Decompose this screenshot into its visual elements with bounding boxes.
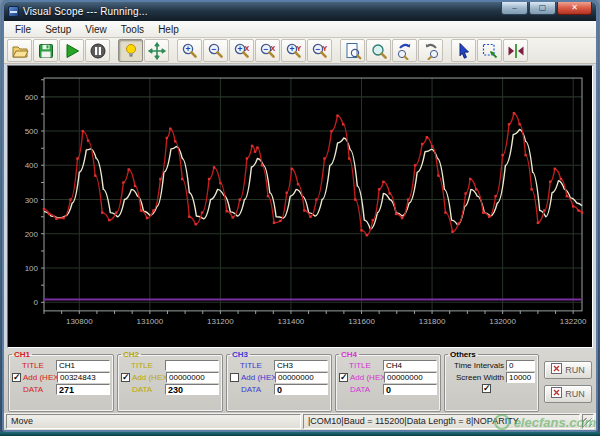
svg-text:600: 600 bbox=[25, 93, 39, 102]
zoom-y-out-button[interactable]: −Y bbox=[307, 39, 332, 62]
zoom-y-out-icon: −Y bbox=[311, 42, 329, 60]
save-button[interactable] bbox=[33, 39, 58, 62]
channel-data-input[interactable] bbox=[165, 384, 219, 395]
pause-button[interactable] bbox=[85, 39, 110, 62]
channel-data-input[interactable] bbox=[56, 384, 110, 395]
channel-add-checkbox[interactable] bbox=[12, 373, 21, 382]
channel-add-input[interactable] bbox=[166, 372, 219, 383]
channel-add-checkbox[interactable] bbox=[339, 373, 348, 382]
run-button-column: RUNRUN bbox=[542, 351, 594, 412]
svg-text:131200: 131200 bbox=[207, 317, 234, 326]
svg-text:X: X bbox=[270, 43, 275, 52]
svg-text:Y: Y bbox=[296, 43, 301, 52]
channel-add-label: Add (HEX) bbox=[350, 373, 382, 382]
channel-panel-ch1: CH1 TITLE Add (HEX) DATA bbox=[8, 351, 114, 412]
light-button[interactable] bbox=[118, 39, 143, 62]
zoom-out-button[interactable]: − bbox=[203, 39, 228, 62]
channel-title-label: TITLE bbox=[121, 361, 163, 370]
zoom-redo-button[interactable] bbox=[418, 39, 443, 62]
channel-name: CH2 bbox=[121, 351, 141, 358]
channel-name: CH3 bbox=[230, 351, 250, 358]
zoom-undo-button[interactable] bbox=[392, 39, 417, 62]
cursor-icon bbox=[455, 42, 473, 60]
others-checkbox[interactable] bbox=[482, 384, 491, 393]
toolbar-group bbox=[7, 39, 111, 62]
run-label: RUN bbox=[565, 365, 585, 375]
caption-buttons: – ▢ ✕ bbox=[500, 2, 592, 15]
menu-file[interactable]: File bbox=[8, 23, 38, 36]
channel-name: CH4 bbox=[339, 351, 359, 358]
svg-text:0: 0 bbox=[34, 298, 39, 307]
channel-add-input[interactable] bbox=[57, 372, 110, 383]
resize-grip[interactable] bbox=[582, 414, 594, 429]
zoom-page-button[interactable] bbox=[340, 39, 365, 62]
channel-title-input[interactable] bbox=[165, 360, 219, 371]
screen-width-label: Screen Width bbox=[448, 373, 504, 382]
close-button[interactable]: ✕ bbox=[557, 2, 592, 15]
channel-add-checkbox[interactable] bbox=[121, 373, 130, 382]
select-area-button[interactable] bbox=[477, 39, 502, 62]
channel-add-input[interactable] bbox=[384, 372, 437, 383]
menu-help[interactable]: Help bbox=[151, 23, 186, 36]
minimize-button[interactable]: – bbox=[501, 2, 528, 15]
zoom-area-button[interactable] bbox=[366, 39, 391, 62]
open-button[interactable] bbox=[7, 39, 32, 62]
status-com-settings: |COM10|Baud = 115200|Data Length = 8|NOP… bbox=[303, 414, 580, 429]
menu-tools[interactable]: Tools bbox=[114, 23, 151, 36]
svg-text:−: − bbox=[263, 43, 268, 53]
run-button-2[interactable]: RUN bbox=[544, 385, 592, 403]
svg-text:−: − bbox=[315, 43, 320, 53]
channel-data-input[interactable] bbox=[274, 384, 328, 395]
channel-add-label: Add (HEX) bbox=[132, 373, 164, 382]
time-intervals-input[interactable] bbox=[506, 360, 535, 371]
channel-add-label: Add (HEX) bbox=[23, 373, 55, 382]
center-marker-icon bbox=[507, 42, 525, 60]
light-icon bbox=[122, 42, 140, 60]
svg-text:+: + bbox=[289, 43, 294, 53]
channel-add-checkbox[interactable] bbox=[230, 373, 239, 382]
pause-icon bbox=[89, 42, 107, 60]
svg-text:130800: 130800 bbox=[66, 317, 93, 326]
zoom-x-out-icon: −X bbox=[259, 42, 277, 60]
channel-title-input[interactable] bbox=[383, 360, 437, 371]
menu-setup[interactable]: Setup bbox=[38, 23, 78, 36]
svg-text:+: + bbox=[237, 43, 242, 53]
cursor-button[interactable] bbox=[451, 39, 476, 62]
channel-title-input[interactable] bbox=[56, 360, 110, 371]
run-button[interactable] bbox=[59, 39, 84, 62]
zoom-y-in-button[interactable]: +Y bbox=[281, 39, 306, 62]
run-button-1[interactable]: RUN bbox=[544, 361, 592, 379]
toolbar-group bbox=[118, 39, 170, 62]
center-marker-button[interactable] bbox=[503, 39, 528, 62]
maximize-button[interactable]: ▢ bbox=[529, 2, 556, 15]
time-intervals-label: Time Intervals bbox=[448, 361, 504, 370]
others-title: Others bbox=[448, 351, 478, 358]
app-window: Visual Scope --- Running... – ▢ ✕ FileSe… bbox=[2, 0, 598, 432]
run-label: RUN bbox=[565, 389, 585, 399]
zoom-area-icon bbox=[370, 42, 388, 60]
channel-data-label: DATA bbox=[339, 385, 381, 394]
channel-data-label: DATA bbox=[12, 385, 54, 394]
svg-text:Y: Y bbox=[322, 43, 327, 52]
zoom-x-in-button[interactable]: +X bbox=[229, 39, 254, 62]
toolbar-group: +−+X−X+Y−Y bbox=[177, 39, 333, 62]
zoom-x-in-icon: +X bbox=[233, 42, 251, 60]
toolbar-group bbox=[451, 39, 529, 62]
channel-panels: CH1 TITLE Add (HEX) DATA CH2 TITLE Add (… bbox=[4, 349, 596, 413]
zoom-in-button[interactable]: + bbox=[177, 39, 202, 62]
svg-text:200: 200 bbox=[25, 230, 39, 239]
channel-add-input[interactable] bbox=[275, 372, 328, 383]
zoom-y-in-icon: +Y bbox=[285, 42, 303, 60]
channel-panel-ch3: CH3 TITLE Add (HEX) DATA bbox=[226, 351, 332, 412]
svg-text:500: 500 bbox=[25, 127, 39, 136]
title-bar[interactable]: Visual Scope --- Running... – ▢ ✕ bbox=[4, 2, 596, 21]
screen-width-input[interactable] bbox=[506, 372, 535, 383]
channel-data-input[interactable] bbox=[383, 384, 437, 395]
save-icon bbox=[37, 42, 55, 60]
menu-view[interactable]: View bbox=[78, 23, 114, 36]
channel-title-input[interactable] bbox=[274, 360, 328, 371]
move-button[interactable] bbox=[144, 39, 169, 62]
channel-panel-ch4: CH4 TITLE Add (HEX) DATA bbox=[335, 351, 441, 412]
scope-chart[interactable]: 1308001310001312001314001316001318001320… bbox=[7, 65, 593, 348]
zoom-x-out-button[interactable]: −X bbox=[255, 39, 280, 62]
